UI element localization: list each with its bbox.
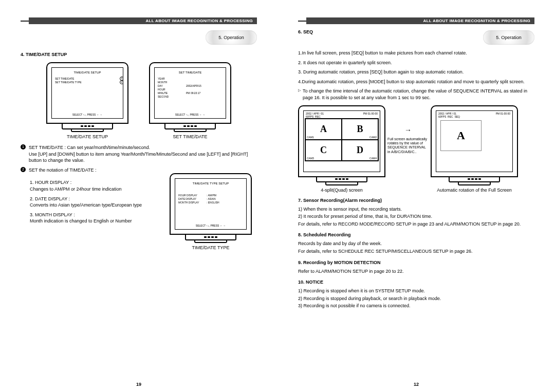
page-right: ALL ABOUT IMAGE RECOGNITION & PROCESSING… — [278, 0, 555, 392]
seq-item: 1.In live full screen, press [SEQ] butto… — [298, 50, 534, 57]
screen-footer: SELECT ↑↓, PRESS ← → — [175, 224, 246, 227]
operation-pill: 5. Operation — [483, 30, 534, 45]
notation-item: 1. HOUR DISPLAY : Changes to AM/PM or 24… — [30, 179, 164, 192]
monitor-caption: TIME/DATE SETUP — [46, 134, 128, 139]
list-item: 2) It records for preset period of time,… — [298, 213, 534, 220]
seq-item: 3. During automatic rotation, press [SEQ… — [298, 69, 534, 76]
notation-item: 3. MONTH DISPLAY : Month indication is c… — [30, 212, 164, 225]
header-text: ALL ABOUT IMAGE RECOGNITION & PROCESSING — [29, 17, 257, 24]
operation-pill: 5. Operation — [206, 30, 257, 45]
bullet-badge: 2 — [21, 167, 26, 172]
section-7-title: 7. Sensor Recording(Alarm recording) — [298, 198, 534, 203]
monitor-auto-rotation: 2002 / APR / 01 PM 01:00:00 60FPS REC SE… — [431, 105, 518, 193]
bullet-title: SET the notation of TIME/DATE : — [29, 167, 97, 174]
screen-footer: SELECT ↑↓, PRESS ← → — [52, 113, 123, 116]
monitor-caption: Automatic rotation of the Full Screen — [431, 188, 518, 193]
page-number: 12 — [278, 382, 555, 387]
seq-item: 2. It does not operate in quarterly spli… — [298, 60, 534, 66]
header-text: ALL ABOUT IMAGE RECOGNITION & PROCESSING — [306, 17, 534, 24]
list-item: 1) Recording is stopped when it is on SY… — [298, 288, 534, 294]
monitor-timedate-setup: TIME/DATE SETUP SET TIME/DATE 1 SET TIME… — [46, 62, 128, 139]
page-number: 19 — [0, 382, 278, 387]
bullet-title: SET TIME/DATE : Can set year/month/time/… — [29, 144, 257, 151]
list-item: Records by date and by day of the week. — [298, 240, 534, 247]
notation-item: 2. DATE DISPLAY : Converts into Asian ty… — [30, 196, 164, 209]
section-8-title: 8. Scheduled Recording — [298, 232, 534, 237]
section-4-title: 4. TIME/DATE SETUP — [21, 52, 257, 57]
header-accent — [21, 21, 29, 22]
triangle-icon: ▷ — [298, 88, 301, 93]
list-item: 3) Recording is not possible if no camer… — [298, 303, 534, 309]
monitor-row-1: TIME/DATE SETUP SET TIME/DATE 1 SET TIME… — [21, 60, 257, 141]
list-item: 1) When there is sensor input, the recor… — [298, 206, 534, 213]
callout-2: 2 — [120, 80, 123, 84]
screen-title: TIME/DATE TYPE SETUP — [178, 182, 243, 185]
screen-title: TIME/DATE SETUP — [55, 71, 120, 74]
screen-title: SET TIME/DATE — [158, 71, 223, 74]
list-item: For details, refer to SCHEDULE REC SETUP… — [298, 248, 534, 255]
notation-row: 1. HOUR DISPLAY : Changes to AM/PM or 24… — [21, 176, 257, 252]
bullet-1: 1 SET TIME/DATE : Can set year/month/tim… — [21, 144, 257, 164]
monitor-caption: SET TIME/DATE — [149, 134, 231, 139]
monitor-timedate-type: TIME/DATE TYPE SETUP HOUR DISPLAY: AM/PM… — [170, 173, 252, 250]
seq-item: 4.During automatic rotation, press [MODE… — [298, 79, 534, 85]
header-accent — [298, 21, 306, 22]
list-item: Refer to ALARM/MOTION SETUP in page 20 t… — [298, 268, 534, 275]
section-9-title: 9. Recording by MOTION DETECTION — [298, 260, 534, 265]
side-note: Full screen automatically rotates by the… — [387, 137, 429, 155]
monitor-caption: 4-split(Quad) screen — [298, 188, 385, 193]
monitor-caption: TIME/DATE TYPE — [170, 245, 252, 250]
monitor-quad: 2002 / APR / 01 PM 01:00:00 60FPS REC AC… — [298, 105, 385, 193]
menu-line: SET TIME/DATE — [55, 77, 74, 80]
bullet-badge: 1 — [21, 144, 26, 150]
list-item: 2) Recording is stopped during playback,… — [298, 295, 534, 302]
bullet-body: Use [UP] and [DOWN] button to item among… — [29, 151, 257, 164]
page-left: ALL ABOUT IMAGE RECOGNITION & PROCESSING… — [0, 0, 278, 392]
header-bar: ALL ABOUT IMAGE RECOGNITION & PROCESSING — [298, 17, 534, 24]
list-item: For details, refer to RECORD MODE/RECORD… — [298, 221, 534, 228]
monitor-set-timedate: SET TIME/DATE YEAR MONTH DAY2002/APR/15 … — [149, 62, 231, 139]
screen-footer: SELECT ↑↓, PRESS ← → — [155, 113, 226, 116]
seq-note: ▷ To change the time interval of the aut… — [298, 88, 534, 101]
arrow-icon: → — [404, 126, 412, 134]
header-bar: ALL ABOUT IMAGE RECOGNITION & PROCESSING — [21, 17, 257, 24]
menu-line: SET TIME/DATE TYPE — [55, 81, 82, 84]
section-10-title: 10. NOTICE — [298, 279, 534, 285]
bullet-2: 2 SET the notation of TIME/DATE : — [21, 167, 257, 174]
